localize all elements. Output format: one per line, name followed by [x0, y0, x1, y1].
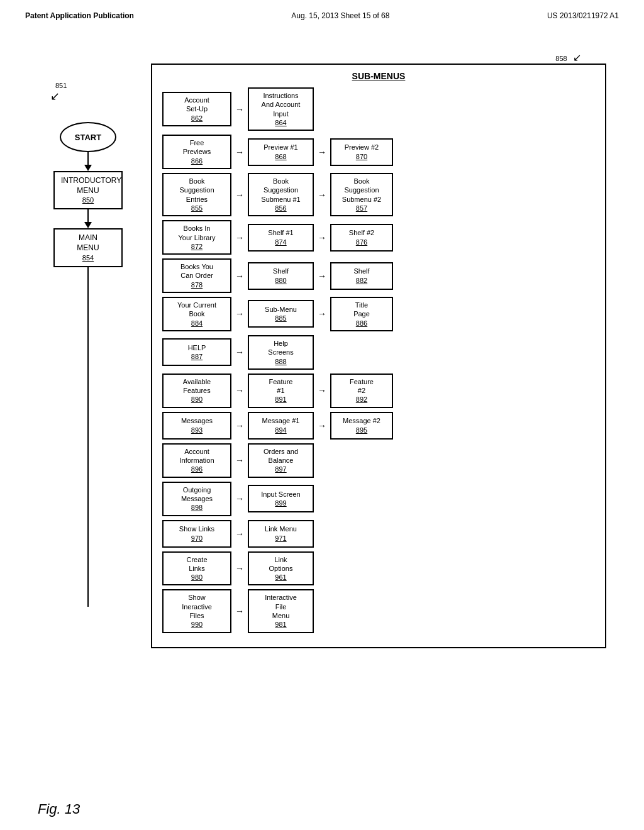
row-1-col3: Preview #2870	[330, 138, 393, 166]
arrow-down-1	[84, 165, 92, 171]
label-858: 858	[555, 55, 567, 62]
vert-line-long	[87, 267, 89, 607]
sub-menu-row-12: Create Links980→Link Options961	[162, 551, 595, 586]
submenus-container: SUB-MENUS Account Set-Up862→Instructions…	[151, 64, 606, 648]
row-2-col3: Book Suggestion Submenu #2857	[330, 173, 393, 216]
row-5-col3: Title Page886	[330, 297, 393, 331]
arrow-7-1: →	[235, 385, 244, 396]
arrow-4-1: →	[235, 271, 244, 281]
sub-menu-row-0: Account Set-Up862→Instructions And Accou…	[162, 87, 595, 131]
arrow-12-1: →	[235, 563, 244, 573]
row-8-col1: Messages893	[162, 412, 231, 440]
arrow-4-2: →	[318, 271, 326, 281]
row-3-col2: Shelf #1874	[248, 224, 314, 252]
sub-menu-row-2: Book Suggestion Entries855→Book Suggesti…	[162, 173, 595, 216]
main-menu-box: MAIN MENU 854	[53, 228, 123, 267]
row-3-col1: Books In Your Library872	[162, 220, 231, 255]
row-7-col1: Available Features890	[162, 374, 231, 408]
row-6-col2: Help Screens888	[248, 335, 314, 370]
row-2-col2: Book Suggestion Submenu #1856	[248, 173, 314, 216]
row-4-col2: Shelf880	[248, 262, 314, 290]
sub-menu-row-10: Outgoing Messages898→Input Screen899	[162, 482, 595, 516]
sub-menu-row-9: Account Information896→Orders and Balanc…	[162, 443, 595, 478]
row-12-col2: Link Options961	[248, 551, 314, 586]
arrow-7-2: →	[318, 385, 326, 396]
sub-menu-row-11: Show Links970→Link Menu971	[162, 520, 595, 548]
row-10-col2: Input Screen899	[248, 485, 314, 512]
row-11-col1: Show Links970	[162, 520, 231, 548]
arrow-1-2: →	[318, 147, 326, 157]
sub-menu-row-4: Books You Can Order878→Shelf880→Shelf882	[162, 258, 595, 293]
sub-menu-row-1: Free Previews866→Preview #1868→Preview #…	[162, 135, 595, 169]
row-2-col1: Book Suggestion Entries855	[162, 173, 231, 216]
arrow-10-1: →	[235, 494, 244, 504]
arrow-6-1: →	[235, 347, 244, 357]
row-13-col2: Interactive File Menu981	[248, 589, 314, 633]
arrow-851-indicator: ↙	[50, 89, 60, 103]
header-right: US 2013/0211972 A1	[547, 11, 619, 20]
arrow-858: ↙	[573, 52, 581, 63]
arrow-2-2: →	[318, 190, 326, 200]
arrow-8-2: →	[318, 421, 326, 431]
arrow-5-2: →	[318, 309, 326, 319]
arrow-3-2: →	[318, 233, 326, 243]
row-8-col2: Message #1894	[248, 412, 314, 440]
row-4-col1: Books You Can Order878	[162, 258, 231, 293]
vert-line-2	[87, 209, 89, 222]
row-9-col1: Account Information896	[162, 443, 231, 478]
row-1-col2: Preview #1868	[248, 138, 314, 166]
fig-label: Fig. 13	[38, 801, 80, 817]
header-center: Aug. 15, 2013 Sheet 15 of 68	[291, 11, 389, 20]
sub-menu-row-7: Available Features890→Feature #1891→Feat…	[162, 374, 595, 408]
row-9-col2: Orders and Balance897	[248, 443, 314, 478]
label-851: 851	[55, 82, 67, 89]
sub-menu-row-5: Your Current Book884→Sub-Menu885→Title P…	[162, 297, 595, 331]
row-1-col1: Free Previews866	[162, 135, 231, 169]
arrow-13-1: →	[235, 606, 244, 616]
row-4-col3: Shelf882	[330, 262, 393, 290]
arrow-8-1: →	[235, 421, 244, 431]
vert-line-1	[87, 152, 89, 165]
row-7-col3: Feature #2892	[330, 374, 393, 408]
main-content: 851 ↙ START INTRODUCTORY MENU 850 MAIN M…	[0, 26, 644, 661]
left-column: 851 ↙ START INTRODUCTORY MENU 850 MAIN M…	[38, 52, 138, 648]
arrow-5-1: →	[235, 309, 244, 319]
rows-container: Account Set-Up862→Instructions And Accou…	[162, 87, 595, 633]
row-13-col1: Show Ineractive Files990	[162, 589, 231, 633]
arrow-11-1: →	[235, 529, 244, 539]
right-column: 858 ↙ SUB-MENUS Account Set-Up862→Instru…	[151, 52, 606, 648]
row-5-col1: Your Current Book884	[162, 297, 231, 331]
row-5-col2: Sub-Menu885	[248, 300, 314, 328]
arrow-1-1: →	[235, 147, 244, 157]
row-6-col1: HELP887	[162, 338, 231, 366]
row-12-col1: Create Links980	[162, 551, 231, 586]
arrow-0-1: →	[235, 104, 244, 114]
row-11-col2: Link Menu971	[248, 520, 314, 548]
row-10-col1: Outgoing Messages898	[162, 482, 231, 516]
arrow-down-2	[84, 222, 92, 228]
arrow-2-1: →	[235, 190, 244, 200]
header-left: Patent Application Publication	[25, 11, 134, 20]
row-3-col3: Shelf #2876	[330, 224, 393, 252]
submenus-title: SUB-MENUS	[162, 71, 595, 81]
page-header: Patent Application Publication Aug. 15, …	[0, 0, 644, 26]
start-oval: START	[60, 122, 116, 152]
introductory-menu-box: INTRODUCTORY MENU 850	[53, 171, 123, 209]
row-0-col2: Instructions And Account Input864	[248, 87, 314, 131]
arrow-9-1: →	[235, 455, 244, 465]
arrow-3-1: →	[235, 233, 244, 243]
sub-menu-row-13: Show Ineractive Files990→Interactive Fil…	[162, 589, 595, 633]
row-7-col2: Feature #1891	[248, 374, 314, 408]
sub-menu-row-6: HELP887→Help Screens888	[162, 335, 595, 370]
row-8-col3: Message #2895	[330, 412, 393, 440]
label-858-area: 858 ↙	[151, 52, 606, 64]
sub-menu-row-3: Books In Your Library872→Shelf #1874→She…	[162, 220, 595, 255]
row-0-col1: Account Set-Up862	[162, 92, 231, 126]
sub-menu-row-8: Messages893→Message #1894→Message #2895	[162, 412, 595, 440]
